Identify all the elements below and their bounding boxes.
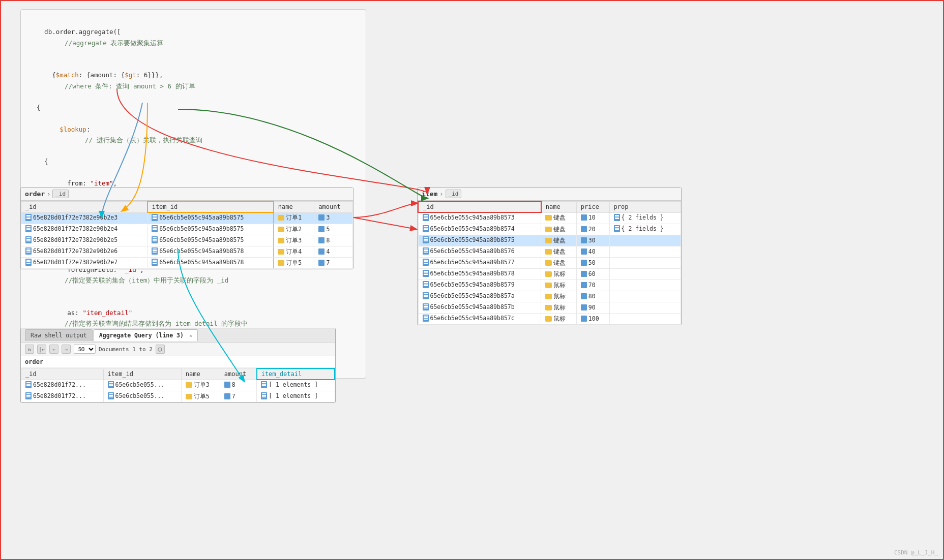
item-table-name: item bbox=[422, 190, 437, 198]
order-data-table: _id item_id name amount 65e828d01f72e738… bbox=[21, 201, 353, 269]
num-icon bbox=[318, 248, 324, 255]
folder-icon bbox=[545, 260, 552, 266]
result-toolbar: ↻ |← ← → 50 Documents 1 to 2 ⬡ bbox=[21, 343, 335, 356]
item-data-table: _id name price prop 65e6cb5e055c945aa89b… bbox=[418, 201, 681, 325]
order-id-cell: 65e828d01f72e7382e90b2e5 bbox=[21, 235, 148, 246]
folder-icon bbox=[278, 249, 284, 255]
result-col-amount: amount bbox=[220, 368, 256, 380]
doc-icon bbox=[423, 214, 429, 221]
order-item-id-cell: 65e6cb5e055c945aa89b8575 bbox=[148, 224, 274, 235]
doc-icon bbox=[25, 392, 32, 399]
item-price-cell: 30 bbox=[576, 235, 609, 246]
item-table-row: 65e6cb5e055c945aa89b8577 键盘 50 bbox=[418, 258, 681, 269]
doc-icon bbox=[423, 225, 429, 232]
doc-icon bbox=[423, 315, 429, 322]
result-item-detail-cell: [ 1 elements ] bbox=[257, 380, 335, 391]
order-table: order › _id _id item_id name amount 65e8… bbox=[20, 187, 353, 269]
order-amount-cell: 7 bbox=[314, 258, 353, 269]
result-table-row: 65e828d01f72... 65e6cb5e055... 订单5 7 [ 1… bbox=[21, 391, 335, 402]
num-icon bbox=[318, 226, 324, 232]
refresh-btn[interactable]: ↻ bbox=[25, 345, 34, 354]
prev-btn[interactable]: ← bbox=[49, 345, 58, 354]
item-name-cell: 键盘 bbox=[541, 235, 577, 246]
item-name-cell: 鼠标 bbox=[541, 302, 577, 314]
result-col-id: _id bbox=[21, 368, 104, 380]
code-line-1: db.order.aggregate([ //aggregate 表示要做聚集运… bbox=[29, 16, 358, 59]
item-table-row: 65e6cb5e055c945aa89b8575 键盘 30 bbox=[418, 235, 681, 246]
order-amount-cell: 3 bbox=[314, 212, 353, 224]
order-col-item-id: item_id bbox=[148, 201, 274, 212]
result-item-detail-cell: [ 1 elements ] bbox=[257, 391, 335, 402]
num-icon bbox=[581, 271, 587, 277]
item-name-cell: 鼠标 bbox=[541, 291, 577, 302]
order-amount-cell: 5 bbox=[314, 224, 353, 235]
code-line-2: {$match: {amount: {$gt: 6}}}, //where 条件… bbox=[29, 59, 358, 102]
result-col-item-detail: item_detail bbox=[257, 368, 335, 380]
item-col-name: name bbox=[541, 201, 577, 212]
tab-raw-shell[interactable]: Raw shell output bbox=[25, 329, 93, 341]
num-icon bbox=[581, 304, 587, 310]
back-btn[interactable]: |← bbox=[37, 345, 46, 354]
item-table-row: 65e6cb5e055c945aa89b8574 键盘 20 { 2 field… bbox=[418, 224, 681, 235]
item-price-cell: 10 bbox=[576, 212, 609, 224]
tab-aggregate-query[interactable]: Aggregate Query (line 3) ✕ bbox=[94, 329, 198, 341]
item-price-cell: 60 bbox=[576, 269, 609, 280]
order-id-cell: 65e828d01f72e7382e90b2e3 bbox=[21, 212, 148, 224]
item-prop-cell bbox=[609, 291, 681, 302]
item-id-cell: 65e6cb5e055c945aa89b857c bbox=[418, 314, 541, 325]
order-table-row: 65e828d01f72e7382e90b2e4 65e6cb5e055c945… bbox=[21, 224, 353, 235]
folder-icon bbox=[545, 316, 552, 322]
item-table-row: 65e6cb5e055c945aa89b857b 鼠标 90 bbox=[418, 302, 681, 314]
item-name-cell: 键盘 bbox=[541, 246, 577, 258]
doc-icon bbox=[152, 247, 158, 255]
folder-icon bbox=[278, 215, 284, 221]
item-id-cell: 65e6cb5e055c945aa89b8578 bbox=[418, 269, 541, 280]
next-btn[interactable]: → bbox=[62, 345, 71, 354]
num-icon bbox=[318, 237, 324, 243]
export-btn[interactable]: ⬡ bbox=[156, 345, 165, 354]
item-prop-cell bbox=[609, 235, 681, 246]
item-col-price: price bbox=[576, 201, 609, 212]
doc-icon bbox=[152, 236, 158, 243]
order-name-cell: 订单5 bbox=[274, 258, 314, 269]
num-icon bbox=[581, 282, 587, 288]
num-icon bbox=[581, 316, 587, 322]
item-name-cell: 鼠标 bbox=[541, 269, 577, 280]
doc-icon bbox=[25, 214, 32, 221]
num-icon bbox=[581, 260, 587, 266]
num-icon bbox=[581, 248, 587, 255]
folder-icon bbox=[545, 283, 552, 288]
doc-icon bbox=[423, 247, 429, 255]
doc-icon bbox=[423, 259, 429, 266]
result-item-id-cell: 65e6cb5e055... bbox=[103, 391, 181, 402]
order-table-row: 65e828d01f72e7382e90b2e6 65e6cb5e055c945… bbox=[21, 246, 353, 258]
item-table: item › _id _id name price prop 65e6cb5e0… bbox=[417, 187, 682, 325]
result-col-name: name bbox=[181, 368, 220, 380]
limit-select[interactable]: 50 bbox=[74, 345, 96, 354]
tab-close-icon[interactable]: ✕ bbox=[189, 333, 192, 338]
order-table-row: 65e828d01f72e7382e90b2e7 65e6cb5e055c945… bbox=[21, 258, 353, 269]
folder-icon bbox=[545, 294, 552, 299]
order-item-id-cell: 65e6cb5e055c945aa89b8575 bbox=[148, 212, 274, 224]
item-id-cell: 65e6cb5e055c945aa89b8573 bbox=[418, 212, 541, 224]
num-icon bbox=[581, 237, 587, 243]
result-amount-cell: 8 bbox=[220, 380, 256, 391]
item-col-prop: prop bbox=[609, 201, 681, 212]
order-item-id-cell: 65e6cb5e055c945aa89b8578 bbox=[148, 258, 274, 269]
doc-icon bbox=[423, 303, 429, 310]
result-id-cell: 65e828d01f72... bbox=[21, 380, 104, 391]
item-id-cell: 65e6cb5e055c945aa89b8579 bbox=[418, 280, 541, 291]
doc-icon bbox=[423, 281, 429, 288]
item-table-row: 65e6cb5e055c945aa89b8578 鼠标 60 bbox=[418, 269, 681, 280]
doc-icon bbox=[25, 247, 32, 255]
result-tab-bar: Raw shell output Aggregate Query (line 3… bbox=[21, 328, 335, 343]
order-item-id-cell: 65e6cb5e055c945aa89b8578 bbox=[148, 246, 274, 258]
item-name-cell: 鼠标 bbox=[541, 314, 577, 325]
order-col-name: name bbox=[274, 201, 314, 212]
order-name-cell: 订单3 bbox=[274, 235, 314, 246]
order-id-cell: 65e828d01f72e7382e90b2e4 bbox=[21, 224, 148, 235]
num-icon bbox=[581, 293, 587, 299]
item-price-cell: 90 bbox=[576, 302, 609, 314]
order-name-cell: 订单1 bbox=[274, 212, 314, 224]
order-table-row: 65e828d01f72e7382e90b2e5 65e6cb5e055c945… bbox=[21, 235, 353, 246]
